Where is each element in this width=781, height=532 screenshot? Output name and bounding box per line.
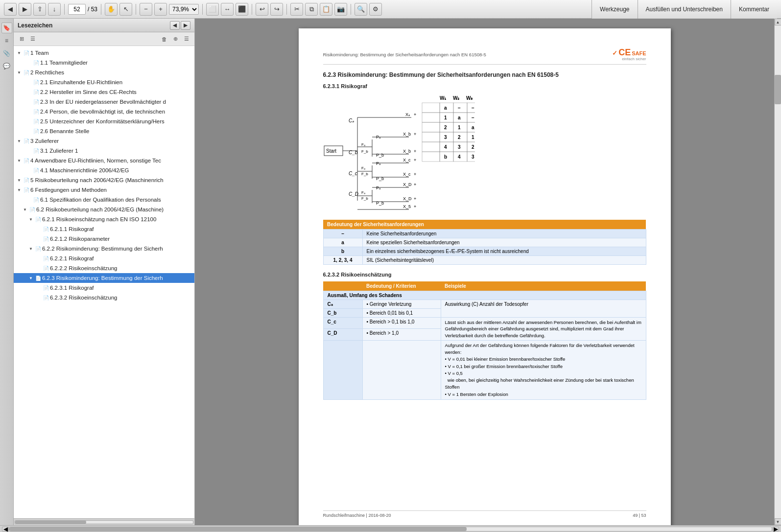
section-623-title: 6.2.3 Risikominderung: Bestimmung der Si…: [323, 71, 646, 78]
toggle-t1[interactable]: [16, 49, 23, 56]
tree-item-t3[interactable]: 📄 3 Zulieferer: [14, 136, 194, 146]
svg-text:X_c: X_c: [403, 172, 411, 177]
svg-text:3: 3: [472, 154, 474, 160]
tree-item-t6.2[interactable]: 📄 6.2 Risikobeurteilung nach 2006/42/EG …: [14, 205, 194, 214]
delete-bookmark[interactable]: 🗑: [159, 34, 169, 44]
add-bookmark[interactable]: ⊕: [170, 34, 180, 44]
tree-item-t6.2.1[interactable]: 📄 6.2.1 Risikoeinschätzung nach EN ISO 1…: [14, 214, 194, 224]
tree-item-t6.2.1.1[interactable]: 📄 6.2.1.1 Risikograf: [14, 224, 194, 234]
toggle-t6[interactable]: [16, 186, 23, 193]
toggle-t6.2.1[interactable]: [27, 216, 34, 223]
tree-item-t6.2.2[interactable]: 📄 6.2.2 Risikominderung: Bestimmung der …: [14, 244, 194, 254]
up-button[interactable]: ⇧: [33, 3, 46, 16]
menu-kommentar[interactable]: Kommentar: [731, 0, 777, 19]
toggle-t3[interactable]: [16, 138, 23, 144]
tree-item-t2.2[interactable]: 📄 2.2 Hersteller im Sinne des CE-Rechts: [14, 87, 194, 97]
fit-width[interactable]: ↔: [221, 3, 234, 16]
cut[interactable]: ✂: [290, 3, 303, 16]
toggle-t4[interactable]: [16, 157, 23, 164]
tree-item-t6.1[interactable]: 📄 6.1 Spezifikation der Qualifikation de…: [14, 195, 194, 205]
back-button[interactable]: ◀: [4, 3, 17, 16]
comment-toggle[interactable]: 💬: [1, 61, 12, 71]
tree-item-t1[interactable]: 📄 1 Team: [14, 48, 194, 58]
bookmarks-toggle[interactable]: 🔖: [1, 23, 12, 33]
tree-item-t6.2.3.1[interactable]: 📄 6.2.3.1 Risikograf: [14, 283, 194, 293]
scroll-left[interactable]: ◀: [2, 527, 9, 532]
tree-item-t2.3[interactable]: 📄 2.3 In der EU niedergelassener Bevollm…: [14, 97, 194, 107]
redo[interactable]: ↪: [270, 3, 283, 16]
snapshot[interactable]: 📷: [334, 3, 347, 16]
bookmark-options[interactable]: ☰: [182, 34, 191, 44]
forward-button[interactable]: ▶: [19, 3, 31, 16]
tree-item-t6.2.3[interactable]: 📄 6.2.3 Risikominderung: Bestimmung der …: [14, 273, 194, 283]
h-scrollbar-thumb[interactable]: [9, 527, 467, 531]
layers-toggle[interactable]: ≡: [1, 35, 12, 46]
tree-item-t6.2.3.2[interactable]: 📄 6.2.3.2 Risikoeinschätzung: [14, 293, 194, 302]
table1-row-4: 1, 2, 3, 4 SIL (Sicherheitsintegritätsle…: [323, 256, 646, 265]
expand-sidebar[interactable]: ▶: [181, 21, 190, 30]
svg-text:Pₐ: Pₐ: [376, 185, 381, 190]
page-icon-t6: 📄: [23, 186, 30, 193]
scroll-right[interactable]: ▶: [772, 527, 779, 532]
collapse-sidebar[interactable]: ◀: [170, 21, 180, 30]
logo-subtitle: einfach sicher: [622, 57, 646, 61]
label-t6.2.2: 6.2.2 Risikominderung: Bestimmung der Si…: [42, 246, 163, 252]
scroll-up[interactable]: ▲: [775, 19, 781, 25]
toggle-t6.2.2[interactable]: [27, 245, 34, 252]
svg-text:P_b: P_b: [376, 153, 384, 158]
table2-row-factors: Aufgrund der Art der Gefährdung können f…: [323, 340, 646, 399]
svg-rect-89: [422, 152, 440, 162]
hand-tool[interactable]: ✋: [105, 3, 118, 16]
attach-toggle[interactable]: 📎: [1, 48, 12, 59]
tree-item-t2.1[interactable]: 📄 2.1 Einzuhaltende EU-Richtlinien: [14, 77, 194, 87]
label-t2.3: 2.3 In der EU niedergelassener Bevollmäc…: [40, 99, 166, 105]
menu-werkzeuge[interactable]: Werkzeuge: [592, 0, 637, 19]
tree-item-t4.1[interactable]: 📄 4.1 Maschinenrichtlinie 2006/42/EG: [14, 165, 194, 175]
tree-item-t6[interactable]: 📄 6 Festlegungen und Methoden: [14, 185, 194, 195]
toggle-t6.2.3[interactable]: [27, 275, 34, 281]
toggle-t5[interactable]: [16, 177, 23, 184]
copy[interactable]: ⧉: [305, 3, 318, 16]
expand-all[interactable]: ⊞: [17, 34, 26, 44]
scroll-down[interactable]: ▼: [775, 518, 781, 525]
table2-section-header: Ausmaß, Umfang des Schadens: [323, 291, 646, 300]
undo[interactable]: ↩: [256, 3, 268, 16]
tree-item-t2[interactable]: 📄 2 Rechtliches: [14, 68, 194, 77]
zoom-select[interactable]: 73,9%: [169, 4, 199, 15]
table1-sym-3: b: [323, 247, 362, 256]
h-scrollbar-track[interactable]: [9, 527, 772, 532]
page-icon-t5: 📄: [23, 177, 30, 184]
page-input[interactable]: 52: [68, 4, 86, 15]
menu-ausfuellen[interactable]: Ausfüllen und Unterschreiben: [638, 0, 731, 19]
zoom-in[interactable]: +: [154, 3, 167, 16]
zoom-out[interactable]: −: [140, 3, 152, 16]
tree-item-t4[interactable]: 📄 4 Anwendbare EU-Richtlinien, Normen, s…: [14, 156, 194, 165]
page-icon-t2.1: 📄: [32, 79, 40, 86]
paste[interactable]: 📋: [320, 3, 332, 16]
tools2[interactable]: ⚙: [369, 3, 382, 16]
table1-desc-4: SIL (Sicherheitsintegritätslevel): [362, 256, 646, 265]
download-button[interactable]: ↓: [48, 3, 61, 16]
toggle-t2[interactable]: [16, 69, 23, 76]
tree-item-t6.2.1.2[interactable]: 📄 6.2.1.2 Risikoparameter: [14, 234, 194, 244]
continuous[interactable]: ⬛: [236, 3, 248, 16]
tree-item-t3.1[interactable]: 📄 3.1 Zulieferer 1: [14, 146, 194, 156]
pdf-viewer[interactable]: Risikominderung: Bestimmung der Sicherhe…: [195, 19, 774, 525]
scroll-track[interactable]: [775, 25, 781, 518]
pdf-page: Risikominderung: Bestimmung der Sicherhe…: [299, 28, 671, 525]
tree-item-t2.6[interactable]: 📄 2.6 Benannte Stelle: [14, 126, 194, 136]
tree-item-t5[interactable]: 📄 5 Risikobeurteilung nach 2006/42/EG (M…: [14, 175, 194, 185]
scroll-thumb[interactable]: [775, 75, 781, 104]
list-view[interactable]: ☰: [28, 34, 38, 44]
tree-item-t6.2.2.2[interactable]: 📄 6.2.2.2 Risikoeinschätzung: [14, 263, 194, 273]
search[interactable]: 🔍: [355, 3, 367, 16]
toggle-t6.2[interactable]: [22, 206, 28, 213]
tree-item-t2.5[interactable]: 📄 2.5 Unterzeichner der Konformitätserkl…: [14, 116, 194, 126]
fit-page[interactable]: ⬜: [206, 3, 219, 16]
select-tool[interactable]: ↖: [119, 3, 132, 16]
tree-item-t1.1[interactable]: 📄 1.1 Teammitglieder: [14, 58, 194, 68]
tree-item-t2.4[interactable]: 📄 2.4 Person, die bevollmächtigt ist, di…: [14, 107, 194, 116]
label-t6.2.3: 6.2.3 Risikominderung: Bestimmung der Si…: [42, 275, 163, 281]
tree-item-t6.2.2.1[interactable]: 📄 6.2.2.1 Risikograf: [14, 254, 194, 263]
table1-desc-3: Ein einzelnes sicherheitsbezogenes E-/E-…: [362, 247, 646, 256]
